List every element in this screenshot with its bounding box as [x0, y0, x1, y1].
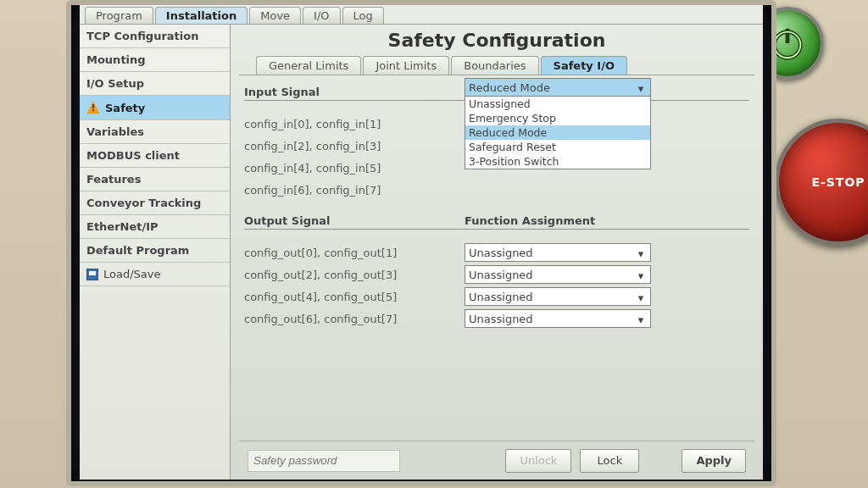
chevron-down-icon: ▾	[634, 269, 648, 282]
dropdown-option[interactable]: Reduced Mode	[465, 125, 650, 140]
sidebar-item-tcp-configuration[interactable]: TCP Configuration	[80, 25, 230, 48]
sidebar-item-label: Load/Save	[103, 268, 160, 280]
page-title: Safety Configuration	[239, 30, 754, 51]
subtab-general-limits[interactable]: General Limits	[256, 56, 361, 75]
dropdown-option[interactable]: 3-Position Switch	[465, 154, 650, 169]
chevron-down-icon: ▾	[634, 313, 648, 326]
chevron-down-icon: ▾	[634, 291, 648, 304]
dropdown-options-popup: Unassigned Emergency Stop Reduced Mode S…	[465, 97, 651, 169]
output-function-dropdown-3[interactable]: Unassigned ▾	[465, 309, 651, 328]
sidebar-item-safety[interactable]: ! Safety	[80, 96, 230, 120]
subtab-boundaries[interactable]: Boundaries	[451, 56, 538, 75]
dropdown-value: Unassigned	[469, 269, 533, 281]
sidebar-item-features[interactable]: Features	[80, 168, 230, 191]
sidebar-item-variables[interactable]: Variables	[80, 120, 230, 144]
sidebar-item-mounting[interactable]: Mounting	[80, 48, 230, 72]
input-signal-heading: Input Signal	[244, 86, 465, 98]
unlock-button[interactable]: Unlock	[505, 449, 571, 473]
dropdown-option[interactable]: Unassigned	[465, 97, 650, 111]
subtab-safety-io[interactable]: Safety I/O	[541, 56, 627, 75]
output-signal-label: config_out[0], config_out[1]	[244, 247, 465, 259]
dropdown-value: Unassigned	[469, 247, 533, 259]
safety-password-input[interactable]	[248, 450, 400, 472]
disk-icon	[86, 269, 98, 280]
input-signal-label: config_in[2], config_in[3]	[244, 140, 465, 152]
tab-log[interactable]: Log	[342, 7, 384, 24]
sub-tab-bar: General Limits Joint Limits Boundaries S…	[239, 56, 754, 75]
physical-estop-button[interactable]: E-STOP	[775, 119, 868, 246]
sidebar-item-modbus[interactable]: MODBUS client	[80, 144, 230, 168]
subtab-joint-limits[interactable]: Joint Limits	[363, 56, 449, 75]
sidebar-item-label: Safety	[105, 102, 145, 114]
top-tab-bar: Program Installation Move I/O Log	[80, 5, 763, 24]
output-signal-label: config_out[4], config_out[5]	[244, 291, 465, 303]
estop-label: E-STOP	[811, 175, 865, 189]
tab-installation[interactable]: Installation	[155, 7, 248, 24]
dropdown-value: Unassigned	[469, 313, 533, 325]
output-signal-label: config_out[2], config_out[3]	[244, 269, 465, 281]
lock-button[interactable]: Lock	[580, 449, 639, 473]
warning-icon: !	[86, 101, 100, 114]
input-signal-label: config_in[6], config_in[7]	[244, 184, 465, 197]
tab-program[interactable]: Program	[85, 7, 153, 24]
dropdown-value: Unassigned	[469, 291, 533, 303]
sidebar-item-load-save[interactable]: Load/Save	[80, 263, 230, 286]
output-signal-heading: Output Signal	[244, 214, 465, 227]
sidebar-item-default-program[interactable]: Default Program	[80, 239, 230, 263]
apply-button[interactable]: Apply	[682, 449, 746, 473]
input-signal-label: config_in[0], config_in[1]	[244, 118, 465, 130]
dropdown-option[interactable]: Emergency Stop	[465, 111, 650, 125]
tab-io[interactable]: I/O	[303, 7, 340, 24]
dropdown-value: Reduced Mode	[469, 81, 550, 94]
sidebar-item-conveyor-tracking[interactable]: Conveyor Tracking	[80, 191, 230, 215]
output-section-header: Output Signal Function Assignment	[244, 214, 749, 230]
bottom-bar: Unlock Lock Apply	[239, 441, 754, 480]
input-function-dropdown-0[interactable]: Reduced Mode ▾	[465, 78, 651, 97]
chevron-down-icon: ▾	[634, 247, 648, 260]
output-function-dropdown-0[interactable]: Unassigned ▾	[465, 243, 651, 262]
sidebar: TCP Configuration Mounting I/O Setup ! S…	[80, 25, 231, 480]
tab-move[interactable]: Move	[249, 7, 301, 24]
chevron-down-icon: ▾	[634, 81, 648, 95]
sidebar-item-io-setup[interactable]: I/O Setup	[80, 72, 230, 96]
output-function-dropdown-1[interactable]: Unassigned ▾	[465, 265, 651, 284]
input-signal-label: config_in[4], config_in[5]	[244, 162, 465, 175]
output-function-heading: Function Assignment	[465, 214, 749, 227]
dropdown-option[interactable]: Safeguard Reset	[465, 140, 650, 154]
output-signal-label: config_out[6], config_out[7]	[244, 313, 465, 325]
output-function-dropdown-2[interactable]: Unassigned ▾	[465, 287, 651, 306]
sidebar-item-ethernet-ip[interactable]: EtherNet/IP	[80, 215, 230, 239]
